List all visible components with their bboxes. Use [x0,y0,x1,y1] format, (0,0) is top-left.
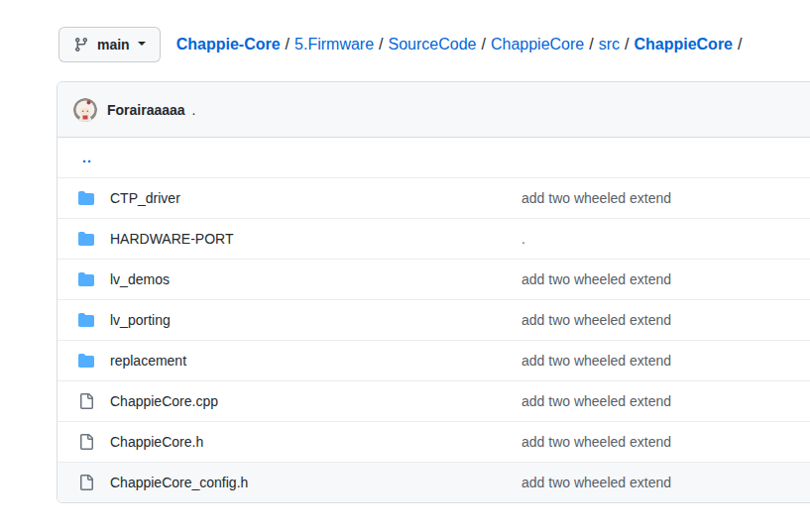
breadcrumb-separator: / [481,36,485,53]
breadcrumb-segment-5.firmware[interactable]: 5.Firmware [294,36,374,53]
breadcrumb-segment-sourcecode[interactable]: SourceCode [389,36,477,53]
folder-icon [78,231,94,247]
file-name-link[interactable]: ChappieCore_config.h [110,475,248,490]
parent-directory-link[interactable]: .. [82,150,92,165]
file-icon [78,434,94,450]
row-commit-message-link[interactable]: add two wheeled extend [521,353,671,369]
table-row[interactable]: HARDWARE-PORT . [58,218,810,259]
file-navigation-bar: main Chappie-Core/5.Firmware/SourceCode/… [58,27,810,62]
table-row[interactable]: ChappieCore.h add two wheeled extend [58,421,810,462]
table-row[interactable]: CTP_driver add two wheeled extend [58,177,810,218]
table-row[interactable]: lv_porting add two wheeled extend [58,299,810,340]
folder-icon [78,271,94,287]
parent-directory-row[interactable]: .. [58,138,810,177]
file-name-link[interactable]: lv_demos [110,271,170,287]
file-rows: CTP_driver add two wheeled extend HARDWA… [58,177,810,502]
folder-icon [78,312,94,328]
breadcrumb-segment-src[interactable]: src [599,36,620,53]
file-icon [78,475,94,490]
file-name-link[interactable]: lv_porting [110,312,171,328]
file-list-container: Forairaaaaa . .. CTP_driver add two whee… [57,81,810,503]
chevron-down-icon [138,42,146,50]
table-row[interactable]: ChappieCore_config.h add two wheeled ext… [58,462,810,502]
folder-icon [78,190,94,206]
file-name-link[interactable]: replacement [110,353,186,369]
breadcrumb-segment-chappie-core[interactable]: Chappie-Core [176,36,281,53]
table-row[interactable]: lv_demos add two wheeled extend [58,259,810,299]
row-commit-message-link[interactable]: add two wheeled extend [521,271,671,287]
breadcrumb-separator: / [589,36,593,53]
breadcrumb-separator: / [625,36,629,53]
file-name-link[interactable]: CTP_driver [110,190,180,206]
row-commit-message-link[interactable]: add two wheeled extend [521,312,671,328]
breadcrumb-separator: / [286,36,289,53]
commit-author-link[interactable]: Forairaaaaa [107,102,185,118]
breadcrumb-separator: / [738,36,742,53]
folder-icon [78,353,94,369]
row-commit-message-link[interactable]: . [521,231,525,247]
row-commit-message-link[interactable]: add two wheeled extend [521,393,671,409]
breadcrumb-segment-chappiecore[interactable]: ChappieCore [491,36,584,53]
table-row[interactable]: replacement add two wheeled extend [58,340,810,380]
git-branch-icon [73,37,89,53]
file-name-link[interactable]: ChappieCore.cpp [110,393,218,409]
branch-name-label: main [97,37,130,53]
row-commit-message-link[interactable]: add two wheeled extend [521,475,671,490]
breadcrumb-separator: / [379,36,383,53]
commit-message-link[interactable]: . [192,102,196,118]
breadcrumb-segment-chappiecore: ChappieCore [634,36,733,53]
row-commit-message-link[interactable]: add two wheeled extend [521,434,671,450]
latest-commit-header: Forairaaaaa . [58,82,810,138]
breadcrumb: Chappie-Core/5.Firmware/SourceCode/Chapp… [176,36,748,53]
file-name-link[interactable]: ChappieCore.h [110,434,203,450]
table-row[interactable]: ChappieCore.cpp add two wheeled extend [58,380,810,421]
avatar[interactable] [73,98,97,122]
row-commit-message-link[interactable]: add two wheeled extend [521,190,671,206]
branch-selector-button[interactable]: main [58,27,161,62]
file-name-link[interactable]: HARDWARE-PORT [110,231,233,247]
file-icon [78,393,94,409]
